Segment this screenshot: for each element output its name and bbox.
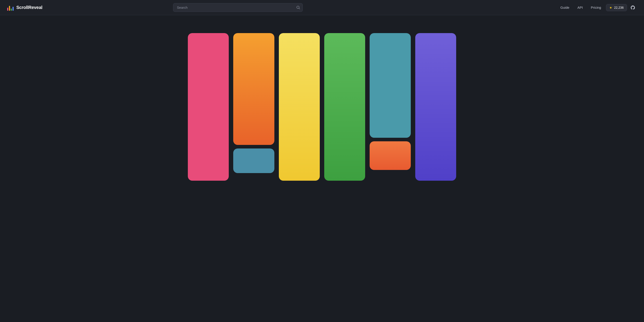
search-icon [296, 6, 300, 10]
logo-text: ScrollReveal [16, 5, 42, 10]
bar-column-3 [279, 33, 320, 181]
bar-block-5-1 [370, 33, 410, 138]
bar-block-2-1 [233, 33, 274, 145]
svg-line-1 [299, 8, 300, 9]
nav-link-api[interactable]: API [574, 4, 586, 11]
logo-bar-4 [12, 7, 14, 11]
github-icon [630, 5, 635, 10]
logo-icon [7, 4, 14, 11]
logo-bar-1 [7, 8, 8, 11]
star-icon: ★ [609, 6, 612, 10]
bar-block-5-2 [370, 141, 410, 170]
nav-links: Guide API Pricing ★ 22,236 [557, 4, 637, 12]
logo[interactable]: ScrollReveal [7, 4, 42, 11]
bar-column-4 [324, 33, 365, 181]
navbar: ScrollReveal Guide API Pricing ★ 22,236 [0, 0, 644, 15]
bar-block-4-1 [324, 33, 365, 181]
main-content [0, 15, 644, 322]
logo-bar-3 [11, 8, 12, 11]
nav-link-guide[interactable]: Guide [557, 4, 572, 11]
github-stars-count: 22,236 [614, 6, 624, 10]
nav-link-pricing[interactable]: Pricing [588, 4, 604, 11]
logo-bar-2 [9, 6, 10, 11]
github-stars-button[interactable]: ★ 22,236 [606, 4, 627, 11]
bar-block-2-2 [233, 148, 274, 173]
search-input[interactable] [173, 3, 303, 12]
bar-block-1-1 [188, 33, 229, 181]
bar-column-1 [188, 33, 229, 181]
github-link[interactable] [629, 4, 637, 12]
search-wrapper [173, 3, 303, 12]
search-container [173, 3, 303, 12]
bar-block-3-1 [279, 33, 320, 181]
bar-column-6 [415, 33, 456, 181]
bar-block-6-1 [415, 33, 456, 181]
bars-container [188, 33, 456, 313]
bar-column-2 [233, 33, 274, 173]
bar-column-5 [370, 33, 410, 170]
search-button[interactable] [296, 6, 300, 10]
